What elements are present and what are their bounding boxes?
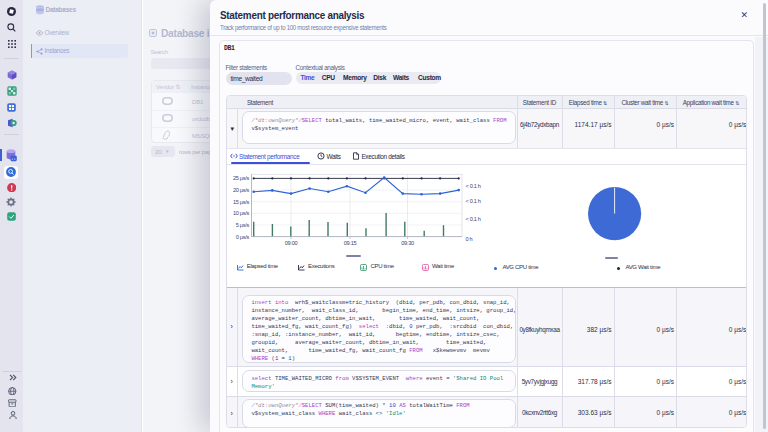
svg-text:0 µs/s: 0 µs/s bbox=[236, 234, 250, 240]
svg-text:09:15: 09:15 bbox=[344, 240, 357, 246]
svg-text:5 µs/s: 5 µs/s bbox=[236, 222, 250, 228]
svg-text:0 h: 0 h bbox=[465, 236, 472, 242]
svg-text:< 0.1 h: < 0.1 h bbox=[465, 183, 480, 189]
svg-text:15 µs/s: 15 µs/s bbox=[233, 199, 250, 205]
svg-text:25 µs/s: 25 µs/s bbox=[233, 175, 250, 181]
svg-text:09:00: 09:00 bbox=[285, 240, 298, 246]
svg-text:09:30: 09:30 bbox=[401, 240, 414, 246]
svg-text:< 0.1 h: < 0.1 h bbox=[465, 198, 480, 204]
svg-text:10 µs/s: 10 µs/s bbox=[233, 210, 250, 216]
svg-text:< 0.1 h: < 0.1 h bbox=[465, 216, 480, 222]
svg-text:20 µs/s: 20 µs/s bbox=[233, 187, 250, 193]
